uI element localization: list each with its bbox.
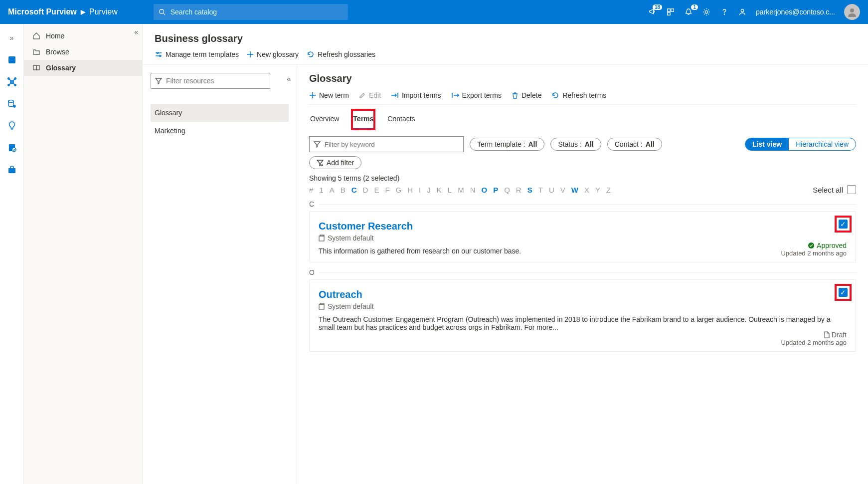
import-terms-button[interactable]: Import terms — [391, 91, 441, 99]
alpha-letter[interactable]: L — [448, 186, 452, 194]
export-terms-button[interactable]: Export terms — [451, 91, 502, 99]
nav-item-home[interactable]: Home — [24, 28, 142, 44]
contact-filter[interactable]: Contact : All — [607, 138, 662, 151]
alpha-letter[interactable]: H — [407, 186, 413, 194]
rail-map-icon[interactable] — [2, 72, 22, 92]
svg-point-20 — [13, 105, 15, 107]
alpha-letter[interactable]: V — [560, 186, 565, 194]
term-title-link[interactable]: Outreach — [319, 289, 847, 300]
term-checkbox[interactable]: ✓ — [839, 288, 848, 297]
alpha-letter[interactable]: O — [481, 186, 487, 194]
nav-collapse-icon[interactable]: « — [134, 28, 138, 36]
alpha-letter[interactable]: K — [437, 186, 442, 194]
alpha-letter[interactable]: C — [351, 186, 357, 194]
settings-icon[interactable] — [702, 7, 711, 16]
tab-overview[interactable]: Overview — [309, 110, 340, 129]
refresh-glossaries-button[interactable]: Refresh glossaries — [307, 50, 375, 58]
alpha-letter[interactable]: X — [584, 186, 589, 194]
rail-expand-icon[interactable]: » — [2, 28, 22, 48]
refresh-terms-button[interactable]: Refresh terms — [551, 91, 606, 99]
term-template: System default — [319, 302, 847, 310]
svg-point-27 — [157, 52, 159, 54]
resources-panel: « Glossary Marketing — [143, 65, 297, 484]
svg-point-6 — [724, 14, 724, 14]
alpha-letter[interactable]: T — [538, 186, 543, 194]
refresh-icon — [307, 50, 315, 58]
manage-templates-button[interactable]: Manage term templates — [155, 50, 239, 58]
alpha-letter[interactable]: E — [374, 186, 379, 194]
svg-rect-24 — [8, 168, 15, 173]
term-checkbox-wrap[interactable]: ✓ — [837, 286, 850, 299]
alpha-letter[interactable]: P — [493, 186, 498, 194]
alpha-letter[interactable]: B — [341, 186, 346, 194]
alpha-letter[interactable]: Q — [504, 186, 510, 194]
feedback-icon[interactable] — [666, 7, 675, 16]
alpha-letter[interactable]: S — [527, 186, 532, 194]
select-all-checkbox[interactable] — [847, 185, 856, 194]
avatar[interactable] — [844, 4, 860, 20]
delete-button[interactable]: Delete — [512, 91, 541, 99]
nav-item-browse[interactable]: Browse — [24, 44, 142, 60]
alpha-letter[interactable]: 1 — [319, 186, 323, 194]
header-actions: 18 1 parkerjones@contoso.c... — [648, 4, 860, 20]
notifications-icon[interactable]: 1 — [684, 7, 693, 16]
nav-item-glossary[interactable]: Glossary — [24, 60, 142, 76]
new-term-button[interactable]: New term — [309, 91, 349, 99]
alpha-letter[interactable]: Z — [606, 186, 611, 194]
alpha-letter[interactable]: D — [363, 186, 368, 194]
svg-rect-44 — [319, 304, 324, 309]
new-glossary-button[interactable]: New glossary — [247, 50, 299, 58]
rail-catalog-icon[interactable] — [2, 50, 22, 70]
term-checkbox-wrap[interactable]: ✓ — [837, 218, 850, 231]
keyword-filter-input[interactable] — [309, 136, 464, 152]
term-template-filter[interactable]: Term template : All — [470, 138, 544, 151]
alpha-letter[interactable]: G — [396, 186, 402, 194]
tab-contacts[interactable]: Contacts — [386, 110, 416, 129]
alpha-letter[interactable]: U — [549, 186, 554, 194]
notifications-badge: 1 — [691, 4, 698, 10]
search-box[interactable] — [154, 4, 348, 20]
rail-policy-icon[interactable] — [2, 138, 22, 158]
alpha-index: # 1 A B C D E F G H I J K L M N O — [309, 185, 856, 194]
detail-toolbar: New term Edit Import terms Export terms … — [309, 91, 856, 105]
resource-item-marketing[interactable]: Marketing — [151, 122, 289, 140]
term-checkbox[interactable]: ✓ — [839, 220, 848, 229]
account-icon[interactable] — [738, 7, 747, 16]
alpha-letter[interactable]: W — [571, 186, 578, 194]
tab-terms[interactable]: Terms — [352, 110, 374, 129]
help-icon[interactable] — [720, 7, 729, 16]
resources-collapse-icon[interactable]: « — [287, 75, 291, 83]
home-icon — [32, 32, 41, 40]
svg-rect-2 — [668, 9, 670, 11]
user-email[interactable]: parkerjones@contoso.c... — [756, 8, 835, 16]
alpha-letter[interactable]: M — [458, 186, 464, 194]
breadcrumb-current[interactable]: Purview — [89, 7, 118, 16]
sliders-icon — [155, 50, 163, 58]
svg-rect-42 — [320, 235, 324, 236]
status-filter[interactable]: Status : All — [550, 138, 601, 151]
alpha-letter[interactable]: F — [385, 186, 389, 194]
detail-title: Glossary — [309, 73, 856, 84]
alpha-letter[interactable]: N — [470, 186, 476, 194]
list-view-option[interactable]: List view — [745, 138, 789, 150]
alpha-letter[interactable]: A — [330, 186, 335, 194]
pencil-icon — [359, 92, 366, 99]
select-all[interactable]: Select all — [813, 185, 856, 194]
alpha-letter[interactable]: J — [427, 186, 431, 194]
search-input[interactable] — [170, 7, 343, 16]
filter-resources-input[interactable] — [151, 73, 270, 89]
view-toggle: List view Hierarchical view — [745, 138, 856, 151]
add-filter-button[interactable]: Add filter — [309, 156, 361, 169]
alpha-letter[interactable]: Y — [595, 186, 600, 194]
alpha-letter[interactable]: R — [516, 186, 521, 194]
rail-data-icon[interactable] — [2, 94, 22, 114]
rail-insights-icon[interactable] — [2, 116, 22, 136]
alpha-letter[interactable]: I — [419, 186, 421, 194]
alpha-letter[interactable]: # — [309, 186, 313, 194]
rail-management-icon[interactable] — [2, 160, 22, 180]
term-title-link[interactable]: Customer Research — [319, 221, 847, 232]
resource-item-glossary[interactable]: Glossary — [151, 104, 289, 122]
hierarchical-view-option[interactable]: Hierarchical view — [789, 138, 856, 150]
announcements-icon[interactable]: 18 — [648, 7, 657, 16]
svg-point-5 — [705, 10, 707, 13]
